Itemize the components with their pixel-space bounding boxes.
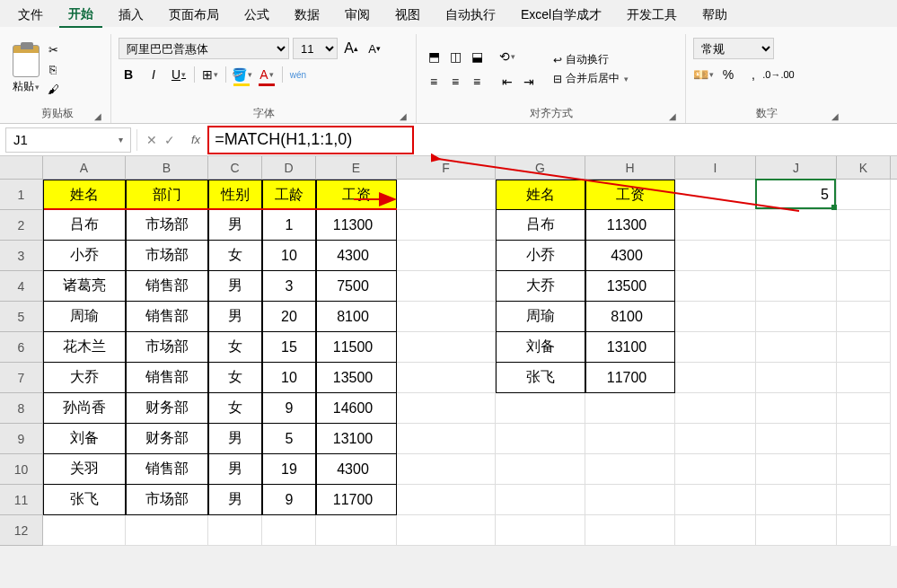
cell-H2[interactable]: 11300 [585,210,675,241]
cell-C10[interactable]: 男 [208,454,262,485]
menu-item-2[interactable]: 插入 [110,4,153,27]
cell-B10[interactable]: 销售部 [126,454,208,485]
col-header-B[interactable]: B [126,156,208,179]
cell-D7[interactable]: 10 [262,363,316,393]
cell-D12[interactable] [262,515,316,546]
cell-G2[interactable]: 吕布 [496,210,585,241]
menu-item-1[interactable]: 开始 [59,3,102,28]
col-header-J[interactable]: J [756,156,837,179]
cell-G9[interactable] [496,424,585,454]
cell-J9[interactable] [756,424,837,454]
cell-K7[interactable] [837,363,891,393]
col-header-D[interactable]: D [262,156,316,179]
cell-F8[interactable] [397,393,496,424]
increase-font-icon[interactable]: A▴ [341,39,361,58]
cell-I9[interactable] [675,424,756,454]
cell-C9[interactable]: 男 [208,424,262,454]
cell-F1[interactable] [397,180,496,210]
dialog-launcher-icon[interactable]: ◢ [831,111,839,121]
align-right-icon[interactable]: ≡ [467,72,487,92]
cell-H11[interactable] [585,485,675,515]
row-header-7[interactable]: 7 [0,363,43,393]
cell-J3[interactable] [756,241,837,271]
cell-D6[interactable]: 15 [262,332,316,363]
border-button[interactable]: ⊞▾ [200,65,220,84]
italic-button[interactable]: I [144,65,163,84]
cell-E10[interactable]: 4300 [316,454,397,485]
cell-D10[interactable]: 19 [262,454,316,485]
fill-color-button[interactable]: 🪣▾ [232,65,251,84]
cell-B4[interactable]: 销售部 [126,271,208,302]
cell-I10[interactable] [675,454,756,485]
cell-G11[interactable] [496,485,585,515]
cell-D8[interactable]: 9 [262,393,316,424]
wrap-text-button[interactable]: ↩自动换行 [553,52,629,67]
copy-icon[interactable]: ⎘ [45,61,61,77]
phonetic-button[interactable]: wén [288,65,308,84]
cell-I11[interactable] [675,485,756,515]
cell-G4[interactable]: 大乔 [496,271,585,302]
cell-C2[interactable]: 男 [208,210,262,241]
cell-G7[interactable]: 张飞 [496,363,585,393]
select-all-corner[interactable] [0,156,43,179]
cell-F5[interactable] [397,302,496,332]
row-header-12[interactable]: 12 [0,515,43,546]
cell-D9[interactable]: 5 [262,424,316,454]
cell-J11[interactable] [756,485,837,515]
fx-icon[interactable]: fx [184,133,207,146]
row-header-9[interactable]: 9 [0,424,43,454]
cell-G6[interactable]: 刘备 [496,332,585,363]
cell-C12[interactable] [208,515,262,546]
cell-D5[interactable]: 20 [262,302,316,332]
align-top-icon[interactable]: ⬒ [424,47,444,66]
dialog-launcher-icon[interactable]: ◢ [669,111,676,121]
menu-item-11[interactable]: 帮助 [693,4,736,27]
align-bottom-icon[interactable]: ⬓ [467,47,487,66]
formula-input[interactable]: =MATCH(H1,1:1,0) [207,126,897,154]
menu-item-6[interactable]: 审阅 [336,4,379,27]
menu-item-4[interactable]: 公式 [235,4,278,27]
row-header-4[interactable]: 4 [0,271,43,302]
cell-G12[interactable] [496,515,585,546]
cell-B2[interactable]: 市场部 [126,210,208,241]
cell-A6[interactable]: 花木兰 [43,332,126,363]
cell-J1[interactable]: 5 [756,180,837,210]
increase-decimal-icon[interactable]: .0→.00 [769,65,788,84]
cell-I2[interactable] [675,210,756,241]
menu-item-10[interactable]: 开发工具 [618,4,686,27]
format-painter-icon[interactable]: 🖌 [45,81,61,97]
cell-K12[interactable] [837,515,891,546]
orientation-icon[interactable]: ⟲▾ [497,47,517,66]
align-middle-icon[interactable]: ◫ [445,47,465,66]
cell-J4[interactable] [756,271,837,302]
cell-H7[interactable]: 11700 [585,363,675,393]
cell-C11[interactable]: 男 [208,485,262,515]
font-family-select[interactable]: 阿里巴巴普惠体 [119,38,289,59]
col-header-G[interactable]: G [496,156,585,179]
cell-E4[interactable]: 7500 [316,271,397,302]
cell-K9[interactable] [837,424,891,454]
font-size-select[interactable]: 11 [293,38,338,59]
cell-F10[interactable] [397,454,496,485]
cell-J6[interactable] [756,332,837,363]
cell-C6[interactable]: 女 [208,332,262,363]
cell-A4[interactable]: 诸葛亮 [43,271,126,302]
menu-item-3[interactable]: 页面布局 [160,4,228,27]
dialog-launcher-icon[interactable]: ◢ [94,111,101,121]
cell-K10[interactable] [837,454,891,485]
cell-C3[interactable]: 女 [208,241,262,271]
name-box[interactable]: J1 ▾ [5,127,131,153]
col-header-E[interactable]: E [316,156,397,179]
number-format-select[interactable]: 常规 [693,38,774,59]
cell-H5[interactable]: 8100 [585,302,675,332]
cell-B11[interactable]: 市场部 [126,485,208,515]
align-left-icon[interactable]: ≡ [424,72,444,92]
cell-F2[interactable] [397,210,496,241]
bold-button[interactable]: B [119,65,138,84]
font-color-button[interactable]: A▾ [257,65,277,84]
cell-J2[interactable] [756,210,837,241]
cell-J10[interactable] [756,454,837,485]
cell-E2[interactable]: 11300 [316,210,397,241]
cell-K11[interactable] [837,485,891,515]
cell-B5[interactable]: 销售部 [126,302,208,332]
